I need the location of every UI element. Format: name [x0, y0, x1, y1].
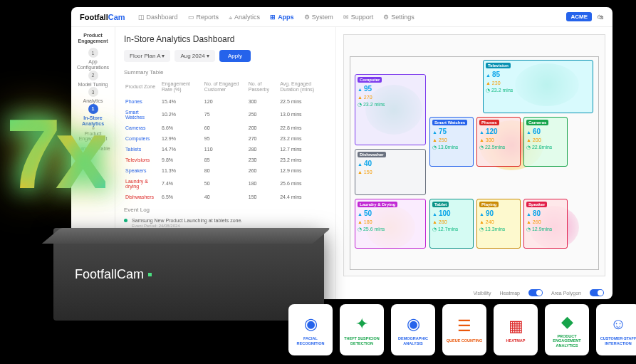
app-header: FootfallCam ◫ Dashboard▭ Reports⟁ Analyt…	[71, 7, 612, 27]
nav-reports[interactable]: ▭ Reports	[188, 14, 219, 21]
summary-section-label: Summary Table	[124, 69, 327, 76]
nav-icon: ⟁	[229, 14, 232, 21]
feature-facial[interactable]: ◉FACIAL RECOGNITION	[288, 304, 333, 355]
table-row[interactable]: Cameras8.6%6020022.8 mins	[124, 123, 327, 133]
feature-label: DEMOGRAPHIC ANALYSIS	[394, 336, 432, 345]
heatmap-toggle[interactable]	[528, 289, 543, 296]
zone-dishwasher[interactable]: Dishwasher▲ 40▲ 150	[355, 149, 426, 195]
cart-icon[interactable]: 🛍	[598, 14, 604, 21]
tenant-badge[interactable]: ACME	[566, 12, 592, 21]
zone-television[interactable]: Television▲ 85▲ 230◔ 23.2 mins	[483, 60, 593, 113]
product-icon: ◆	[557, 312, 577, 332]
main-nav: ◫ Dashboard▭ Reports⟁ Analytics⊞ Apps⚙ S…	[138, 14, 415, 21]
col-header: No. of Engaged Customer	[203, 78, 247, 96]
table-row[interactable]: Smart Watches10.2%7525013.0 mins	[124, 107, 327, 123]
nav-icon: ◫	[138, 14, 145, 21]
table-row[interactable]: Phones15.4%12030022.5 mins	[124, 96, 327, 107]
zone-playing[interactable]: Playing▲ 90▲ 240◔ 13.3mins	[476, 199, 521, 249]
feature-theft[interactable]: ✦THEFT SUSPICION DETECTION	[340, 304, 384, 355]
table-row[interactable]: Dishwashers6.5%4015024.4 mins	[124, 192, 327, 202]
heatmap-icon: ▦	[506, 316, 526, 336]
feature-label: CUSTOMER-STAFF INTERACTION	[599, 336, 636, 345]
feature-product[interactable]: ◆PRODUCT ENGAGEMENT ANALYTICS	[545, 304, 589, 355]
zone-speaker[interactable]: Speaker▲ 80▲ 260◔ 12.9mins	[523, 199, 568, 249]
visibility-label: Visibility	[473, 291, 491, 296]
floor-plan[interactable]: Computer▲ 95▲ 270◔ 23.2 minsTelevision▲ …	[343, 34, 605, 276]
apply-button[interactable]: Apply	[219, 50, 251, 62]
polygon-toggle[interactable]	[590, 289, 604, 296]
queue-icon: ☰	[454, 316, 474, 336]
sidebar-title: Product Engagement	[74, 33, 112, 43]
table-row[interactable]: Tablets14.7%11028012.7 mins	[124, 144, 327, 155]
theft-icon: ✦	[352, 314, 372, 334]
nav-settings[interactable]: ⚙ Settings	[383, 14, 415, 21]
app-logo: FootfallCam	[80, 13, 125, 21]
nav-analytics[interactable]: ⟁ Analytics	[229, 14, 260, 21]
zone-smart-watches[interactable]: Smart Watches▲ 75▲ 250◔ 13.0mins	[429, 117, 474, 167]
nav-apps[interactable]: ⊞ Apps	[270, 14, 294, 21]
col-header: Product Zone	[124, 78, 160, 96]
staff-icon: ☺	[608, 314, 628, 334]
feature-label: HEATMAP	[506, 338, 526, 343]
period-select[interactable]: Aug 2024 ▾	[174, 50, 215, 62]
nav-icon: ⊞	[270, 14, 276, 21]
heatmap-toggle-label: Heatmap	[500, 291, 520, 296]
hardware-device: FootfallCam	[53, 228, 324, 321]
nav-system[interactable]: ⚙ System	[304, 14, 333, 21]
header-right: ACME 🛍	[566, 12, 604, 21]
nav-support[interactable]: ✉ Support	[343, 14, 374, 21]
visibility-toggles: Visibility Heatmap Area Polygon	[473, 289, 604, 296]
feature-label: FACIAL RECOGNITION	[291, 336, 330, 345]
feature-label: THEFT SUSPICION DETECTION	[343, 336, 381, 345]
col-header: No. of Passerby	[247, 78, 278, 96]
nav-icon: ⚙	[304, 14, 310, 21]
device-logo: FootfallCam	[75, 267, 152, 282]
col-header: Engagement Rate (%)	[160, 78, 203, 96]
zone-cameras[interactable]: Cameras▲ 60▲ 200◔ 22.8mins	[523, 117, 568, 167]
table-row[interactable]: Speakers11.3%8026012.9 mins	[124, 165, 327, 176]
feature-cards: ◉FACIAL RECOGNITION✦THEFT SUSPICION DETE…	[288, 304, 636, 355]
floor-select[interactable]: Floor Plan A ▾	[124, 50, 170, 62]
demo-icon: ◉	[403, 314, 423, 334]
summary-table: Product ZoneEngagement Rate (%)No. of En…	[124, 78, 327, 202]
feature-heatmap[interactable]: ▦HEATMAP	[494, 304, 538, 355]
facial-icon: ◉	[301, 314, 320, 334]
polygon-toggle-label: Area Polygon	[551, 291, 581, 296]
feature-queue[interactable]: ☰QUEUE COUNTING	[442, 304, 486, 355]
promo-overlay-text: 7x	[6, 114, 105, 194]
status-dot-icon	[124, 219, 127, 222]
floor-panel: Computer▲ 95▲ 270◔ 23.2 minsTelevision▲ …	[336, 27, 612, 299]
nav-icon: ⚙	[383, 14, 389, 21]
zone-computer[interactable]: Computer▲ 95▲ 270◔ 23.2 mins	[355, 74, 426, 145]
nav-dashboard[interactable]: ◫ Dashboard	[138, 14, 178, 21]
table-row[interactable]: Laundry & drying7.4%5018025.6 mins	[124, 176, 327, 192]
log-section-label: Event Log	[124, 207, 327, 213]
feature-staff[interactable]: ☺CUSTOMER-STAFF INTERACTION	[596, 304, 636, 355]
sidebar-item[interactable]: 1App Configurations	[74, 48, 112, 70]
sidebar-item[interactable]: 2Model Tuning	[74, 71, 112, 88]
zone-phones[interactable]: Phones▲ 120▲ 300◔ 22.5mins	[476, 117, 521, 167]
feature-demo[interactable]: ◉DEMOGRAPHIC ANALYSIS	[391, 304, 435, 355]
feature-label: PRODUCT ENGAGEMENT ANALYTICS	[548, 334, 586, 348]
dashboard-title: In-Store Analytics Dashboard	[124, 34, 327, 44]
zone-tablet[interactable]: Tablet▲ 100▲ 280◔ 12.7mins	[429, 199, 474, 249]
table-row[interactable]: Computers12.9%9527023.2 mins	[124, 133, 327, 144]
nav-icon: ▭	[188, 14, 194, 21]
zone-laundry[interactable]: Laundry & Drying▲ 50▲ 180◔ 25.6 mins	[355, 199, 426, 249]
nav-icon: ✉	[343, 14, 349, 21]
col-header: Avg. Engaged Duration (mins)	[278, 78, 327, 96]
feature-label: QUEUE COUNTING	[447, 338, 482, 343]
table-row[interactable]: Televisions9.8%8523023.2 mins	[124, 155, 327, 165]
